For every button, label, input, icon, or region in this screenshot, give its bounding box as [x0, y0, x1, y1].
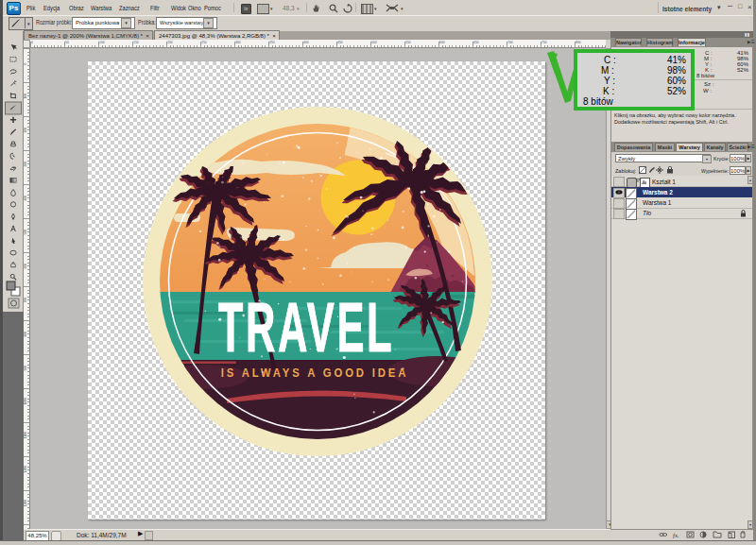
svg-text:fx.: fx.	[673, 532, 679, 539]
svg-text:TRAVEL: TRAVEL	[218, 288, 394, 366]
svg-text:IS ALWAYS A GOOD IDEA: IS ALWAYS A GOOD IDEA	[221, 366, 409, 380]
